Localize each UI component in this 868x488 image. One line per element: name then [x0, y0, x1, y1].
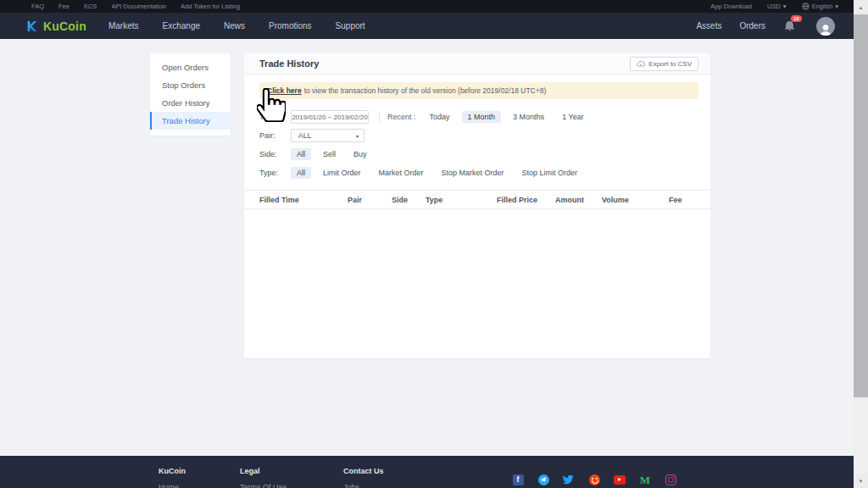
instagram-icon[interactable]	[665, 474, 676, 485]
scrollbar-up-button[interactable]: ▲	[854, 0, 868, 14]
col-header-side: Side	[392, 196, 426, 204]
scrollbar[interactable]: ▲ ▼	[854, 0, 868, 488]
footer-link-home[interactable]: Home	[159, 483, 186, 488]
old-version-banner: Click here to view the transaction histo…	[259, 82, 698, 99]
recent-1-month-option[interactable]: 1 Month	[462, 111, 502, 123]
globe-icon	[802, 3, 810, 10]
nav-left: KuCoin Markets Exchange News Promotions …	[25, 19, 389, 33]
type-market-order-option[interactable]: Market Order	[373, 167, 430, 179]
scrollbar-thumb[interactable]	[854, 14, 868, 397]
nav-assets[interactable]: Assets	[696, 21, 721, 30]
col-header-type: Type	[426, 196, 497, 204]
divider	[379, 112, 380, 123]
footer-col-title: Contact Us	[343, 467, 384, 475]
type-all-option[interactable]: All	[291, 167, 311, 179]
reddit-icon[interactable]	[588, 474, 600, 485]
col-header-fee: Fee	[669, 196, 710, 204]
youtube-icon[interactable]	[614, 474, 626, 485]
side-buy-option[interactable]: Buy	[348, 148, 373, 160]
side-sell-option[interactable]: Sell	[317, 148, 342, 160]
content-area: Open Orders Stop Orders Order History Tr…	[0, 39, 854, 456]
twitter-icon[interactable]	[563, 474, 575, 485]
facebook-icon[interactable]: f	[512, 474, 524, 485]
utility-right: App Download USD ▾ English ▾	[710, 3, 838, 10]
footer-col-title: KuCoin	[159, 467, 186, 475]
telegram-icon[interactable]	[537, 474, 549, 485]
footer-col-title: Legal	[240, 467, 287, 475]
language-selector[interactable]: English ▾	[802, 3, 838, 10]
medium-icon[interactable]: M	[639, 474, 651, 485]
cloud-upload-icon	[637, 60, 645, 68]
nav-right: Assets Orders 10	[696, 17, 835, 36]
recent-3-months-option[interactable]: 3 Months	[507, 111, 550, 123]
nav-promotions[interactable]: Promotions	[269, 21, 312, 30]
trade-history-card: Trade History Export to CSV Click here t…	[244, 53, 710, 358]
nav-orders[interactable]: Orders	[739, 21, 765, 30]
nav-markets[interactable]: Markets	[108, 21, 139, 30]
footer-link-jobs[interactable]: Jobs	[343, 483, 384, 488]
export-csv-button[interactable]: Export to CSV	[630, 57, 698, 71]
notifications-button[interactable]: 10	[783, 19, 798, 34]
chevron-down-icon: ▾	[356, 133, 359, 139]
time-filter-row: Time: 2019/01/20 ~ 2019/02/20 Recent : T…	[259, 110, 710, 124]
type-limit-order-option[interactable]: Limit Order	[317, 167, 367, 179]
faq-link[interactable]: FAQ	[31, 3, 44, 10]
col-header-volume: Volume	[602, 196, 669, 204]
add-token-link[interactable]: Add Token for Listing	[181, 3, 240, 10]
sidebar-item-open-orders[interactable]: Open Orders	[150, 58, 231, 76]
fee-link[interactable]: Fee	[58, 3, 70, 10]
side-filter-row: Side: All Sell Buy	[259, 147, 710, 161]
avatar[interactable]	[816, 17, 835, 36]
export-csv-label: Export to CSV	[648, 60, 692, 68]
recent-label: Recent :	[387, 113, 416, 121]
type-stop-limit-order-option[interactable]: Stop Limit Order	[516, 167, 584, 179]
recent-1-year-option[interactable]: 1 Year	[556, 111, 590, 123]
type-stop-market-order-option[interactable]: Stop Market Order	[436, 167, 510, 179]
kucoin-trade-history-page: FAQ Fee KCS API Documentation Add Token …	[0, 0, 868, 488]
recent-today-option[interactable]: Today	[424, 111, 456, 123]
time-label: Time:	[259, 113, 291, 121]
nav-support[interactable]: Support	[336, 21, 365, 30]
app-download-link[interactable]: App Download	[710, 3, 752, 10]
col-header-amount: Amount	[555, 196, 602, 204]
pair-label: Pair:	[259, 131, 291, 140]
footer-link-terms[interactable]: Terms Of Use	[240, 483, 287, 488]
side-all-option[interactable]: All	[291, 148, 311, 160]
notification-badge: 10	[791, 15, 802, 22]
pair-select-value: ALL	[298, 131, 311, 140]
utility-bar: FAQ Fee KCS API Documentation Add Token …	[0, 0, 854, 13]
pair-select[interactable]: ALL ▾	[291, 129, 364, 142]
chevron-down-icon: ▾	[835, 3, 838, 10]
main-nav: KuCoin Markets Exchange News Promotions …	[0, 13, 854, 39]
nav-exchange[interactable]: Exchange	[163, 21, 200, 30]
kucoin-logo[interactable]: KuCoin	[25, 19, 86, 33]
social-links: f M	[512, 474, 676, 485]
type-label: Type:	[259, 169, 291, 177]
banner-text: to view the transaction history of the o…	[304, 86, 547, 95]
sidebar-item-order-history[interactable]: Order History	[150, 94, 231, 112]
utility-links: FAQ Fee KCS API Documentation Add Token …	[31, 3, 240, 10]
language-value: English	[812, 3, 833, 10]
scrollbar-down-button[interactable]: ▼	[854, 474, 868, 488]
side-label: Side:	[259, 150, 291, 158]
api-documentation-link[interactable]: API Documentation	[111, 3, 166, 10]
brand-name: KuCoin	[43, 19, 86, 33]
card-header: Trade History Export to CSV	[244, 53, 710, 75]
col-header-filled-time: Filled Time	[259, 196, 348, 204]
pair-filter-row: Pair: ALL ▾	[259, 129, 710, 142]
currency-value: USD	[767, 3, 781, 10]
page-title: Trade History	[259, 58, 319, 69]
sidebar-item-trade-history[interactable]: Trade History	[150, 112, 231, 130]
old-version-link[interactable]: Click here	[267, 86, 302, 95]
col-header-pair: Pair	[348, 196, 392, 204]
footer-col-contact: Contact Us Jobs	[343, 467, 384, 488]
nav-news[interactable]: News	[224, 21, 245, 30]
date-range-input[interactable]: 2019/01/20 ~ 2019/02/20	[291, 110, 369, 124]
sidebar-item-stop-orders[interactable]: Stop Orders	[150, 76, 231, 94]
currency-selector[interactable]: USD ▾	[767, 3, 787, 10]
kcs-link[interactable]: KCS	[84, 3, 97, 10]
user-icon	[819, 23, 832, 36]
kucoin-logo-icon	[25, 19, 39, 33]
table-header-row: Filled Time Pair Side Type Filled Price …	[244, 190, 710, 209]
type-filter-row: Type: All Limit Order Market Order Stop …	[259, 166, 710, 180]
